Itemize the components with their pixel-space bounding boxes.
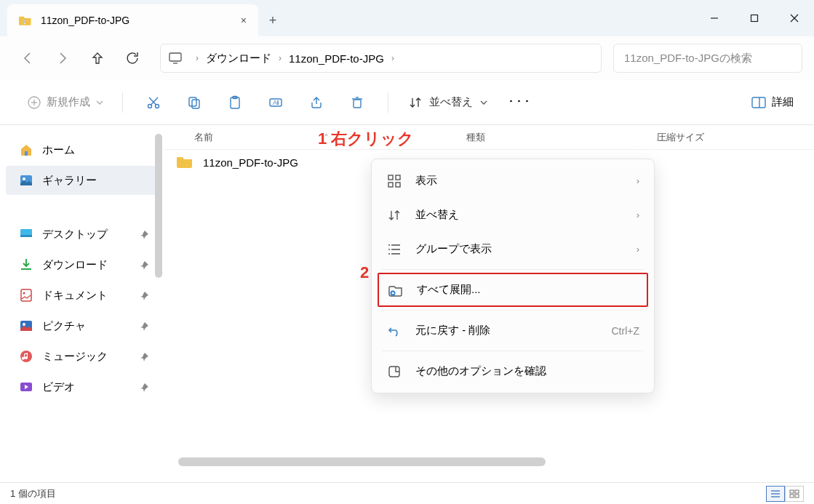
window-controls <box>694 0 814 36</box>
download-icon <box>19 257 33 272</box>
ctx-group[interactable]: グループで表示 › <box>372 232 654 266</box>
svg-rect-4 <box>751 15 757 22</box>
column-type[interactable]: 種類 <box>466 131 657 144</box>
ctx-label: 元に戻す - 削除 <box>415 324 490 337</box>
video-icon <box>19 380 33 394</box>
chevron-right-icon: › <box>637 175 639 186</box>
close-window-button[interactable] <box>774 0 814 36</box>
svg-rect-32 <box>20 235 32 237</box>
pin-icon <box>140 230 149 239</box>
breadcrumb[interactable]: › ダウンロード › 11zon_PDF-to-JPG › <box>160 44 602 73</box>
sidebar-item-label: ピクチャ <box>42 319 86 333</box>
pin-icon <box>140 352 149 361</box>
forward-button[interactable] <box>47 44 79 73</box>
svg-point-30 <box>23 177 25 180</box>
sidebar-home[interactable]: ホーム <box>6 135 158 164</box>
sidebar-downloads[interactable]: ダウンロード <box>6 250 158 279</box>
svg-point-35 <box>23 292 25 295</box>
sidebar-gallery[interactable]: ギャラリー <box>6 166 158 195</box>
back-button[interactable] <box>12 44 44 73</box>
view-thumb-button[interactable] <box>785 486 804 502</box>
svg-rect-23 <box>354 100 361 108</box>
ctx-label: 並べ替え <box>415 208 459 222</box>
breadcrumb-sep: › <box>391 53 394 63</box>
svg-rect-2 <box>24 22 25 23</box>
more-options-icon <box>386 365 402 378</box>
pin-icon <box>140 260 149 270</box>
column-size[interactable]: 圧縮サイズ <box>657 131 814 144</box>
search-input[interactable]: 11zon_PDF-to-JPGの検索 <box>613 44 802 73</box>
svg-rect-34 <box>21 289 31 301</box>
ctx-extract-all[interactable]: すべて展開... <box>378 273 648 307</box>
svg-rect-40 <box>388 175 393 180</box>
ctx-shortcut: Ctrl+Z <box>612 325 640 337</box>
ctx-sort[interactable]: 並べ替え › <box>372 198 654 232</box>
details-button[interactable]: 詳細 <box>751 95 794 109</box>
svg-point-13 <box>156 104 159 108</box>
up-button[interactable] <box>81 44 113 73</box>
sidebar-pictures[interactable]: ピクチャ <box>6 311 158 340</box>
cut-icon[interactable] <box>135 88 172 117</box>
delete-icon[interactable] <box>338 88 376 117</box>
minimize-button[interactable] <box>694 0 734 36</box>
sidebar-documents[interactable]: ドキュメント <box>6 281 158 310</box>
breadcrumb-sep: › <box>279 53 282 63</box>
breadcrumb-segment-downloads[interactable]: ダウンロード <box>206 52 271 65</box>
ctx-label: 表示 <box>415 174 437 188</box>
sidebar-videos[interactable]: ビデオ <box>6 372 158 401</box>
ctx-separator <box>382 351 644 351</box>
sort-icon <box>386 209 402 222</box>
annotation-2: 2 <box>360 263 369 282</box>
svg-point-38 <box>20 351 32 362</box>
svg-rect-1 <box>24 20 25 21</box>
svg-rect-57 <box>790 495 794 497</box>
more-button[interactable]: ･･･ <box>499 90 540 114</box>
sidebar-item-label: デスクトップ <box>42 228 108 241</box>
chevron-right-icon: › <box>637 209 639 220</box>
sidebar-scrollbar[interactable] <box>155 134 162 278</box>
svg-rect-7 <box>169 53 181 61</box>
ctx-separator <box>382 269 644 270</box>
view-icon <box>386 175 402 188</box>
gallery-icon <box>19 173 33 188</box>
pin-icon <box>140 291 149 300</box>
sort-button[interactable]: 並べ替え <box>400 91 496 113</box>
sidebar-item-label: ビデオ <box>42 380 75 394</box>
paste-icon[interactable] <box>216 88 254 117</box>
desktop-icon <box>19 227 33 241</box>
window-tab[interactable]: 11zon_PDF-to-JPG × <box>7 4 258 36</box>
ctx-undo[interactable]: 元に戻す - 削除 Ctrl+Z <box>372 313 654 348</box>
statusbar: 1 個の項目 <box>0 482 814 504</box>
ctx-view[interactable]: 表示 › <box>372 164 654 198</box>
breadcrumb-sep: › <box>196 53 199 63</box>
copy-icon[interactable] <box>175 88 213 117</box>
refresh-button[interactable] <box>116 44 148 73</box>
svg-rect-17 <box>192 100 199 108</box>
details-label: 詳細 <box>772 95 794 109</box>
maximize-button[interactable] <box>734 0 774 36</box>
svg-rect-18 <box>231 97 239 108</box>
svg-rect-26 <box>752 97 765 108</box>
rename-icon[interactable]: A <box>257 88 295 117</box>
file-name: 11zon_PDF-to-JPG <box>203 156 298 169</box>
svg-rect-28 <box>25 151 28 156</box>
view-details-button[interactable] <box>766 486 785 502</box>
sidebar-desktop[interactable]: デスクトップ <box>6 220 158 249</box>
ctx-more-options[interactable]: その他のオプションを確認 <box>372 354 654 388</box>
tab-title: 11zon_PDF-to-JPG <box>41 15 232 26</box>
close-tab-icon[interactable]: × <box>241 15 247 26</box>
column-headers: 名前˄ 種類 圧縮サイズ <box>164 125 814 150</box>
svg-rect-58 <box>795 495 799 497</box>
ctx-label: その他のオプションを確認 <box>415 364 546 378</box>
horizontal-scrollbar[interactable] <box>178 457 791 466</box>
sidebar-item-label: ダウンロード <box>42 258 108 272</box>
breadcrumb-segment-current[interactable]: 11zon_PDF-to-JPG <box>289 52 384 65</box>
column-name[interactable]: 名前˄ <box>194 131 466 144</box>
new-button[interactable]: 新規作成 <box>20 91 111 113</box>
new-tab-button[interactable]: + <box>258 4 287 36</box>
svg-rect-55 <box>790 490 794 493</box>
sidebar: ホーム ギャラリー デスクトップ ダウンロード ドキュメント ピクチャ <box>0 125 164 471</box>
sidebar-music[interactable]: ミュージック <box>6 342 158 371</box>
pin-icon <box>140 321 149 331</box>
share-icon[interactable] <box>298 88 335 117</box>
